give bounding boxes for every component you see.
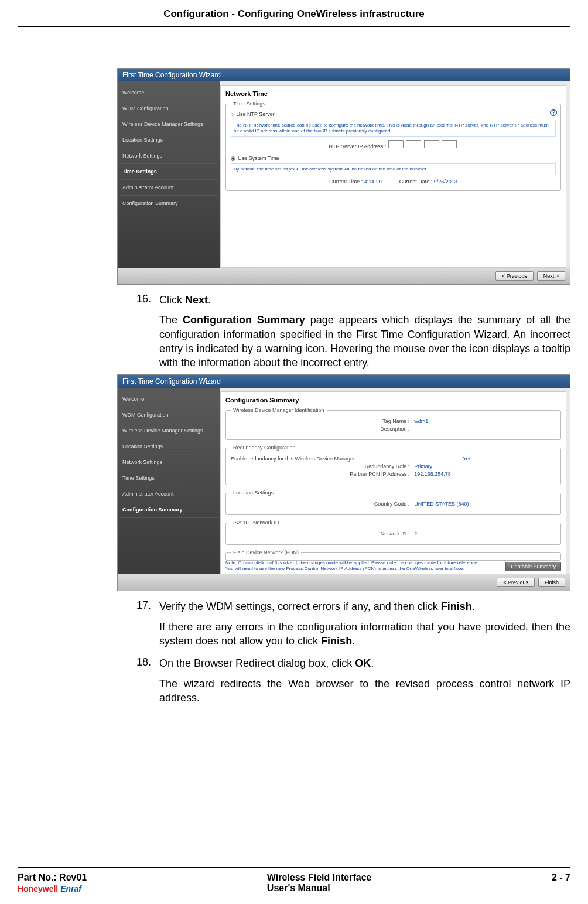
previous-button[interactable]: < Previous [497,578,535,587]
finish-button[interactable]: Finish [538,578,565,587]
isa-legend: ISA 100 Network ID [231,520,282,526]
network-id-value: 2 [414,531,417,537]
ip-octet-input[interactable] [442,140,457,148]
sidebar-item[interactable]: Wireless Device Manager Settings [120,117,218,132]
printable-summary-button[interactable]: Printable Summary [505,562,561,571]
page-footer: Part No.: Rev01 Honeywell Enraf Wireless… [18,867,570,893]
step-number: 17. [123,599,151,648]
tag-name-label: Tag Name : [231,418,409,424]
step-bold: Next [185,294,208,306]
redundancy-enable-label: Enable redundancy for this Wireless Devi… [231,456,459,462]
ntp-radio-row[interactable]: ○ Use NTP Server ? [231,111,556,117]
wizard2-titlebar: First Time Configuration Wizard [118,375,570,388]
wizard1-titlebar: First Time Configuration Wizard [118,69,570,81]
page-header-title: Configuration - Configuring OneWireless … [18,0,570,27]
country-label: Country Code : [231,501,409,507]
next-button[interactable]: Next > [537,271,565,281]
sidebar-item[interactable]: Network Settings [120,455,218,470]
sidebar-item[interactable]: Welcome [120,391,218,407]
current-time-label: Current Time : [329,179,363,185]
redundancy-legend: Redundancy Configuration [231,445,298,451]
redundancy-fieldset: Redundancy Configuration Enable redundan… [225,445,561,485]
wdm-id-fieldset: Wireless Device Manager Identification T… [225,407,561,440]
sidebar-item[interactable]: Network Settings [120,148,218,164]
enraf-logo: Enraf [60,884,81,893]
redundancy-role-value: Primary [414,463,432,469]
wizard2-main: Configuration Summary Wireless Device Ma… [220,391,566,574]
country-value: UNITED STATES (840) [414,501,469,507]
wizard2-footer: < Previous Finish [118,574,570,591]
wizard1-screenshot: First Time Configuration Wizard Welcome … [117,68,570,285]
step-number: 16. [123,293,151,370]
ip-octet-input[interactable] [388,140,404,148]
step-bold: Configuration Summary [183,314,305,326]
partner-ip-value: 192.168.254.78 [414,471,451,477]
isa-fieldset: ISA 100 Network ID Network ID :2 [225,520,561,545]
redundancy-enable-value: Yes [463,456,472,462]
system-radio-row[interactable]: ◉ Use System Time ? [231,155,556,161]
step-text: . [472,601,475,612]
sidebar-item[interactable]: WDM Configuration [120,407,218,423]
tag-name-value: wdm1 [414,418,428,424]
redundancy-role-label: Redundancy Role : [231,463,409,469]
sidebar-item[interactable]: Location Settings [120,132,218,148]
radio-icon[interactable]: ○ [231,111,234,117]
ntp-ip-row: NTP Server IP Address : [231,140,556,149]
partner-ip-label: Partner PCN IP Address : [231,471,409,477]
ip-octet-input[interactable] [424,140,439,148]
sidebar-item[interactable]: Time Settings [120,470,218,486]
sidebar-item[interactable]: Administrator Account [120,486,218,502]
time-settings-fieldset: Time Settings ○ Use NTP Server ? The NTP… [225,101,561,191]
current-date-value: 9/26/2013 [434,179,457,185]
step-18: 18. On the Browser Redirect dialog box, … [123,656,570,705]
sidebar-item[interactable]: Location Settings [120,439,218,455]
fdn-fieldset: Field Device Network (FDN) [225,550,561,561]
ntp-ip-label: NTP Server IP Address : [329,144,387,149]
step-17: 17. Verify the WDM settings, correct err… [123,599,570,648]
step-text: . [352,635,355,647]
step-text: If there are any errors in the configura… [159,621,570,647]
system-radio-label: Use System Time [238,155,279,161]
wizard1-main: Network Time Time Settings ○ Use NTP Ser… [220,85,566,268]
sidebar-item[interactable]: WDM Configuration [120,101,218,117]
wizard2-screenshot: First Time Configuration Wizard Welcome … [117,374,570,591]
sidebar-item[interactable]: Wireless Device Manager Settings [120,423,218,439]
previous-button[interactable]: < Previous [495,271,534,281]
ntp-radio-label: Use NTP Server [236,111,274,117]
step-number: 18. [123,656,151,705]
system-info: By default, the time set on your OneWire… [231,163,556,175]
step-bold: OK [355,657,371,669]
step-text: Click [159,294,185,306]
step-bold: Finish [441,601,472,612]
sidebar-item-active[interactable]: Time Settings [120,164,218,180]
radio-icon[interactable]: ◉ [231,155,235,161]
wizard1-panel-title: Network Time [225,90,561,97]
sidebar-item[interactable]: Configuration Summary [120,196,218,211]
sidebar-item[interactable]: Administrator Account [120,180,218,196]
step-text: . [371,657,374,669]
current-date-label: Current Date : [399,179,433,185]
brand-logo: Honeywell Enraf [18,884,87,893]
wizard2-sidebar: Welcome WDM Configuration Wireless Devic… [118,388,220,574]
step-text: The wizard redirects the Web browser to … [159,677,570,705]
step-text: . [208,294,211,306]
current-time-value: 4:14:20 [364,179,382,185]
sidebar-item[interactable]: Welcome [120,85,218,101]
network-id-label: Network ID : [231,531,409,537]
description-label: Description : [231,426,409,432]
location-legend: Location Settings [231,490,276,496]
location-fieldset: Location Settings Country Code :UNITED S… [225,490,561,515]
help-icon[interactable]: ? [550,109,557,116]
page-number: 2 - 7 [552,872,570,883]
wizard1-footer: < Previous Next > [118,268,570,284]
step-text: Verify the WDM settings, correct errors … [159,601,441,612]
part-number: Part No.: Rev01 [18,872,87,883]
ip-octet-input[interactable] [406,140,421,148]
step-text: The [159,314,183,326]
wdm-id-legend: Wireless Device Manager Identification [231,407,327,413]
sidebar-item-active[interactable]: Configuration Summary [120,502,218,518]
wizard2-panel-title: Configuration Summary [225,397,561,404]
ntp-info: The NTP network time source can be used … [231,120,556,137]
wizard1-sidebar: Welcome WDM Configuration Wireless Devic… [118,81,220,268]
time-settings-legend: Time Settings [231,101,268,107]
